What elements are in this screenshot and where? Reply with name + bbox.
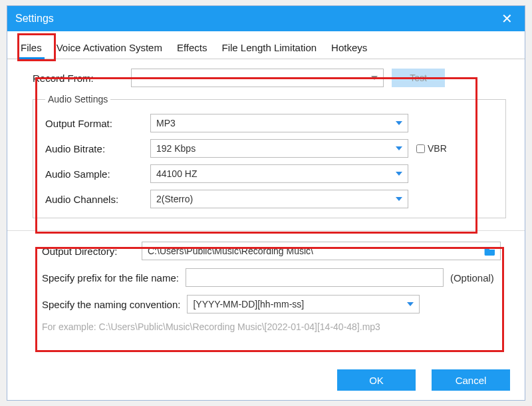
record-from-label: Record From: (33, 73, 131, 84)
vbr-label: VBR (428, 143, 447, 154)
audio-channels-label: Audio Channels: (45, 194, 150, 205)
ok-button[interactable]: OK (337, 369, 416, 391)
audio-bitrate-value: 192 Kbps (156, 143, 196, 154)
chevron-down-icon (396, 172, 402, 176)
top-panel: Record From: Test Audio Settings Output … (7, 59, 525, 231)
prefix-input[interactable] (186, 268, 444, 287)
audio-channels-dropdown[interactable]: 2(Sterro) (150, 190, 408, 208)
tab-effects[interactable]: Effects (174, 38, 210, 59)
audio-sample-label: Audio Sample: (45, 168, 150, 180)
chevron-down-icon (396, 197, 402, 201)
output-directory-label: Output Directory: (42, 246, 135, 257)
audio-bitrate-label: Audio Bitrate: (45, 143, 150, 154)
naming-convention-dropdown[interactable]: [YYYY-MM-DD][hh-mm-ss] (187, 295, 420, 313)
vbr-checkbox-container[interactable]: VBR (414, 142, 447, 155)
tab-hotkeys[interactable]: Hotkeys (329, 38, 370, 59)
bottom-panel: Output Directory: C:\Users\Public\Music\… (7, 231, 525, 335)
convention-value: [YYYY-MM-DD][hh-mm-ss] (193, 299, 304, 309)
audio-channels-row: Audio Channels: 2(Sterro) (45, 190, 493, 208)
tab-voice-activation-system[interactable]: Voice Activation System (54, 38, 165, 59)
prefix-label: Specify prefix for the file name: (42, 272, 179, 284)
record-from-row: Record From: Test (33, 69, 506, 87)
tab-file-length-limitation[interactable]: File Length Limitation (219, 38, 320, 59)
folder-icon[interactable] (484, 246, 496, 256)
output-directory-input[interactable]: C:\Users\Public\Music\Recording Music\ (142, 242, 501, 260)
audio-bitrate-dropdown[interactable]: 192 Kbps (150, 139, 408, 158)
audio-sample-dropdown[interactable]: 44100 HZ (150, 164, 408, 183)
settings-window: Settings ✕ Files Voice Activation System… (7, 5, 525, 401)
tabs: Files Voice Activation System Effects Fi… (7, 31, 525, 59)
audio-settings-group: Audio Settings Output Format: MP3 Audio … (33, 94, 506, 218)
audio-sample-value: 44100 HZ (156, 168, 197, 179)
output-format-label: Output Format: (45, 118, 150, 129)
output-directory-value: C:\Users\Public\Music\Recording Music\ (148, 246, 313, 256)
record-from-dropdown[interactable] (131, 69, 384, 87)
example-text: For example: C:\Users\Public\Music\Recor… (42, 321, 501, 332)
dialog-buttons: OK Cancel (337, 369, 510, 391)
cancel-button[interactable]: Cancel (432, 369, 510, 391)
output-format-dropdown[interactable]: MP3 (150, 114, 408, 132)
test-button[interactable]: Test (392, 69, 445, 87)
output-format-row: Output Format: MP3 (45, 114, 493, 132)
chevron-down-icon (407, 302, 414, 306)
prefix-row: Specify prefix for the file name: (Optio… (42, 268, 501, 287)
chevron-down-icon (371, 76, 378, 80)
close-icon[interactable]: ✕ (497, 12, 517, 25)
output-format-value: MP3 (156, 118, 176, 128)
audio-bitrate-row: Audio Bitrate: 192 Kbps VBR (45, 139, 493, 158)
tab-files[interactable]: Files (18, 38, 45, 59)
window-title: Settings (15, 13, 54, 25)
convention-row: Specify the naming convention: [YYYY-MM-… (42, 295, 501, 313)
audio-sample-row: Audio Sample: 44100 HZ (45, 164, 493, 183)
vbr-checkbox[interactable] (416, 144, 425, 153)
audio-channels-value: 2(Sterro) (156, 194, 193, 204)
output-directory-row: Output Directory: C:\Users\Public\Music\… (42, 242, 501, 260)
chevron-down-icon (396, 121, 402, 125)
chevron-down-icon (396, 146, 402, 150)
titlebar: Settings ✕ (7, 6, 525, 31)
audio-settings-legend: Audio Settings (45, 94, 110, 104)
optional-label: (Optional) (450, 272, 494, 284)
convention-label: Specify the naming convention: (42, 299, 180, 310)
